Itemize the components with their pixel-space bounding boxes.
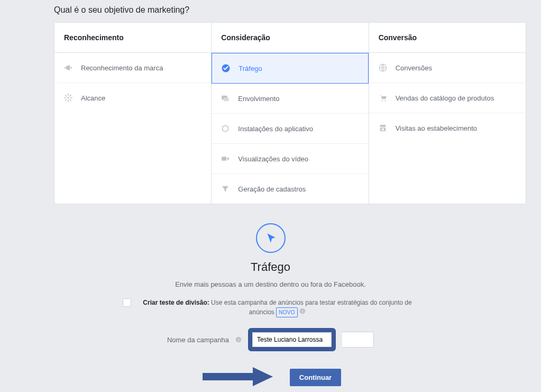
info-icon[interactable]: i [235,336,242,343]
continue-button[interactable]: Continuar [290,369,341,386]
option-label: Instalações do aplicativo [238,125,313,133]
svg-point-0 [68,97,69,99]
campaign-name-row: Nome da campanha i [0,328,541,351]
option-label: Tráfego [239,65,262,72]
option-catalog-sales[interactable]: Vendas do catálogo de produtos [369,83,526,113]
option-label: Envolvimento [238,95,279,103]
novo-badge: NOVO [276,307,298,317]
video-icon [220,153,231,164]
column-awareness: Reconhecimento Reconhecimento da marca A… [54,22,212,204]
cursor-circle-icon [256,223,286,253]
svg-text:i: i [302,309,303,314]
megaphone-icon [63,62,74,73]
split-test-bold: Criar teste de divisão: [143,299,209,306]
option-label: Alcance [81,94,105,102]
option-label: Visitas ao estabelecimento [396,124,477,132]
svg-rect-3 [224,98,229,102]
option-app-installs[interactable]: Instalações do aplicativo [212,114,368,144]
option-label: Vendas do catálogo de produtos [396,94,494,102]
objective-detail: Tráfego Envie mais pessoas a um destino … [0,223,541,390]
detail-description: Envie mais pessoas a um destino dentro o… [0,280,541,288]
option-conversions[interactable]: Conversões [369,53,526,83]
funnel-icon [220,184,231,194]
cart-icon [378,93,388,103]
option-store-visits[interactable]: Visitas ao estabelecimento [369,113,526,143]
column-header-consideration: Consideração [212,23,368,53]
arrow-and-button: Continuar [0,365,541,390]
campaign-name-extra[interactable] [342,332,374,348]
svg-rect-4 [222,157,227,161]
engagement-icon [220,93,231,104]
option-label: Geração de cadastros [238,185,306,193]
option-label: Conversões [396,64,432,72]
option-engagement[interactable]: Envolvimento [212,84,368,114]
objective-columns: Reconhecimento Reconhecimento da marca A… [54,22,526,204]
store-icon [378,123,388,133]
column-consideration: Consideração Tráfego Envolvimento Instal… [212,22,369,204]
svg-text:i: i [238,338,239,342]
column-header-conversion: Conversão [369,23,526,53]
info-icon[interactable]: i [299,308,306,314]
page-title: Qual é o seu objetivo de marketing? [0,0,541,22]
box-icon [220,123,231,134]
option-label: Reconhecimento da marca [81,64,163,72]
option-reach[interactable]: Alcance [54,83,211,113]
option-label: Visualizações do vídeo [238,155,308,163]
column-conversion: Conversão Conversões Vendas do catálogo … [369,22,526,204]
campaign-name-input[interactable] [252,332,332,347]
option-video-views[interactable]: Visualizações do vídeo [212,144,368,174]
option-brand-awareness[interactable]: Reconhecimento da marca [54,53,211,83]
svg-point-6 [381,100,382,101]
check-circle-icon [221,63,231,74]
split-test-row: Criar teste de divisão: Use esta campanh… [123,298,419,317]
option-lead-generation[interactable]: Geração de cadastros [212,174,368,204]
option-traffic[interactable]: Tráfego [212,53,368,84]
globe-icon [378,62,388,73]
detail-title: Tráfego [0,260,541,274]
campaign-name-label: Nome da campanha [167,336,229,344]
split-test-text: Criar teste de divisão: Use esta campanh… [136,298,419,317]
split-test-checkbox[interactable] [123,298,131,307]
campaign-name-highlight [248,328,336,351]
reach-icon [63,93,74,103]
split-test-rest: Use esta campanha de anúncios para testa… [209,299,412,316]
arrow-annotation-icon [200,365,274,390]
svg-point-7 [384,100,386,101]
column-header-awareness: Reconhecimento [54,23,211,53]
